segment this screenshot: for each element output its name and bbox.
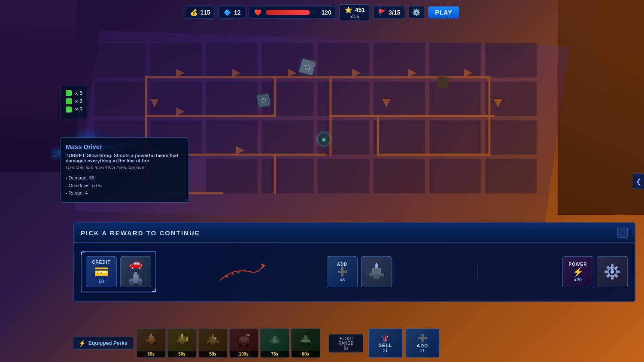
svg-rect-15 <box>485 82 537 116</box>
map-turret-3 <box>437 77 449 88</box>
tooltip-title: Mass Driver <box>66 143 183 150</box>
health-bar <box>266 10 317 15</box>
perk-item-5[interactable]: 75s <box>260 329 289 358</box>
add-button[interactable]: ➕ ADD x1 <box>405 329 440 358</box>
perk-icon-3 <box>204 329 222 351</box>
svg-rect-26 <box>318 159 369 193</box>
upgrade-turret-svg <box>365 261 388 283</box>
sell-button[interactable]: 🗑 SELL x1 <box>368 329 403 358</box>
power-label: POWER <box>569 262 587 267</box>
map-turret-2: ⬡ <box>257 94 270 107</box>
svg-rect-6 <box>318 43 369 77</box>
reward-content: CREDIT 💳 50 🚗 <box>74 243 635 301</box>
reward-gear-upgrade-card[interactable] <box>597 256 628 287</box>
svg-point-74 <box>611 270 614 274</box>
svg-rect-22 <box>429 120 481 155</box>
map-enemy-1: ◆ <box>318 133 330 145</box>
svg-rect-0 <box>94 43 146 77</box>
stat-cooldown: - Cooldown: 5.0s <box>66 182 183 190</box>
perk-cost-4: 100s <box>230 351 258 357</box>
perk-item-2[interactable]: 50s <box>167 329 197 358</box>
turret-count-row-1: x 6 <box>66 90 82 96</box>
boost-value: 5s <box>333 346 359 350</box>
perk-item-1[interactable]: 50s <box>137 329 166 358</box>
play-button[interactable]: PLAY <box>428 6 459 18</box>
perk-icon-2 <box>173 329 191 351</box>
boost-sub: RANGE <box>333 341 359 346</box>
supply-icon: 🔷 <box>223 8 232 17</box>
mission-icon: 🚩 <box>378 8 386 17</box>
perk-item-4[interactable]: 100s <box>229 329 258 358</box>
perk-icon-1 <box>143 329 160 351</box>
svg-rect-39 <box>274 154 276 194</box>
reward-credit-card[interactable]: CREDIT 💳 50 <box>86 256 117 287</box>
stars-value: 451 <box>355 6 365 13</box>
perk-item-6[interactable]: 60s <box>291 329 320 358</box>
tooltip-note: Can only aim towards a fixed direction. <box>66 165 183 170</box>
svg-rect-56 <box>134 272 137 277</box>
svg-rect-14 <box>429 82 481 116</box>
svg-point-93 <box>184 342 187 345</box>
perk-cost-3: 50s <box>199 351 227 357</box>
reward-section-2: ADD ➕ x3 <box>327 256 392 287</box>
perk-icon-4 <box>235 329 252 351</box>
stars-display: ⭐ 451 x1.5 <box>340 4 370 20</box>
power-value: x20 <box>574 277 582 282</box>
turret-tooltip: Mass Driver TURRET. Slow firing. Shoots … <box>60 137 189 203</box>
boost-range-container: BOOST RANGE 5s <box>329 334 363 353</box>
perk-item-3[interactable]: 50s <box>198 329 228 358</box>
svg-rect-7 <box>374 43 425 77</box>
reward-panel: PICK A REWARD TO CONTINUE − CREDIT 💳 50 … <box>73 222 635 302</box>
sell-sub: x1 <box>383 348 388 353</box>
svg-rect-32 <box>331 115 494 117</box>
sell-label: SELL <box>379 343 392 348</box>
perk-icon-5 <box>266 329 283 351</box>
add-sub: x1 <box>420 348 425 353</box>
turret-count-row-3: x 3 <box>66 106 82 113</box>
minimize-button[interactable]: − <box>617 228 628 238</box>
reward-add-card[interactable]: ADD ➕ x3 <box>327 256 358 287</box>
power-icon: ⚡ <box>573 267 583 277</box>
svg-rect-37 <box>274 76 276 117</box>
svg-point-116 <box>307 343 310 346</box>
hud-bar: 💰 115 🔷 12 ❤️ 120 ⭐ 451 x1.5 🚩 3/15 ⚙️ P… <box>185 4 459 20</box>
turret-count-1: x 6 <box>75 90 82 96</box>
svg-rect-10 <box>206 82 258 116</box>
svg-rect-77 <box>605 271 608 273</box>
stars-multiplier: x1.5 <box>350 14 358 19</box>
reward-upgrade-card[interactable] <box>361 256 392 287</box>
svg-rect-41 <box>377 115 379 155</box>
svg-rect-12 <box>318 82 369 116</box>
reward-separator-1 <box>161 259 322 285</box>
turret-count-2: x 6 <box>75 98 82 104</box>
settings-button[interactable]: ⚙️ <box>408 6 425 18</box>
svg-point-60 <box>139 283 141 284</box>
credit-value: 50 <box>99 279 104 284</box>
reward-turret-card[interactable]: 🚗 <box>120 256 151 287</box>
separator-arrows-svg <box>216 259 267 285</box>
stars-icon: ⭐ <box>344 6 353 14</box>
svg-rect-28 <box>429 159 481 193</box>
svg-point-69 <box>369 276 374 281</box>
svg-point-99 <box>215 343 219 346</box>
svg-rect-86 <box>150 334 152 338</box>
svg-rect-8 <box>429 43 481 77</box>
svg-rect-103 <box>239 338 249 340</box>
reward-power-card[interactable]: POWER ⚡ x20 <box>562 256 593 287</box>
credit-icon: 💳 <box>94 265 109 279</box>
svg-rect-106 <box>246 334 250 336</box>
svg-rect-78 <box>617 271 620 273</box>
add-value: x3 <box>340 277 345 282</box>
svg-point-110 <box>273 339 276 343</box>
svg-rect-111 <box>272 344 277 345</box>
sell-icon: 🗑 <box>382 334 389 343</box>
perks-label: ⚡ Equipped Perks <box>73 337 133 350</box>
svg-rect-117 <box>301 340 310 342</box>
svg-rect-42 <box>489 76 490 155</box>
perks-label-text: Equipped Perks <box>88 340 128 346</box>
add-btn-icon: ➕ <box>418 334 427 343</box>
turret-icon-3 <box>66 106 72 113</box>
reward-separator-2 <box>397 259 557 285</box>
svg-rect-97 <box>212 335 214 338</box>
side-arrow-button[interactable]: ❮ <box>633 173 644 189</box>
